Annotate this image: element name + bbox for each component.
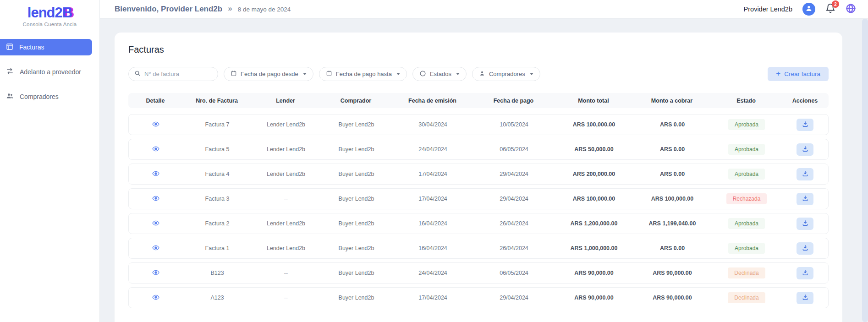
receivable-amount-cell: ARS 0.00 [633,121,711,128]
table-column-header: Monto total [554,98,633,104]
status-cell: Declinada [711,292,782,303]
filter-label: Fecha de pago desde [241,71,298,77]
table-column-header: Estado [711,98,781,104]
notifications-button[interactable]: 2 [825,3,835,15]
issue-date-cell: 24/04/2024 [392,270,473,276]
search-input[interactable] [144,71,204,77]
invoice-number-cell: Factura 4 [183,171,252,177]
table-column-header: Lender [251,98,320,104]
filter-compradores[interactable]: Compradores [472,67,540,81]
view-detail-button[interactable] [151,169,160,180]
issue-date-cell: 30/04/2024 [392,121,473,128]
issue-date-cell: 24/04/2024 [392,146,473,153]
filter-estados[interactable]: Estados [412,67,467,81]
table-body: Factura 7 Lender Lend2b Buyer Lend2b 30/… [128,114,829,308]
avatar-icon [805,4,813,14]
eye-icon [152,145,159,154]
filter-label: Estados [430,71,451,77]
language-button[interactable] [846,3,856,16]
actions-cell [782,193,828,205]
view-detail-button[interactable] [151,144,160,155]
invoice-number-cell: Factura 1 [183,245,252,251]
download-button[interactable] [797,292,813,304]
buyer-cell: Buyer Lend2b [320,295,392,301]
payment-date-cell: 29/04/2024 [473,295,555,301]
view-detail-button[interactable] [151,243,160,254]
detail-cell [129,293,183,303]
download-button[interactable] [797,267,813,279]
issue-date-cell: 17/04/2024 [392,196,473,202]
users-icon [6,92,14,101]
download-button[interactable] [797,193,813,205]
invoice-number-cell: Factura 2 [183,220,252,227]
sidebar-item-compradores[interactable]: Compradores [0,88,92,105]
logo-part-magenta: B [62,5,72,21]
calendar-icon [326,70,332,78]
eye-icon [152,294,159,302]
status-badge: Aprobada [728,119,765,130]
table-column-header: Fecha de emisión [392,98,473,104]
detail-cell [129,268,183,278]
topbar-actions: Provider Lend2b 2 [744,3,856,16]
status-circle-icon [419,70,426,78]
total-amount-cell: ARS 1,200,000.00 [555,220,633,227]
payment-date-cell: 06/05/2024 [473,270,555,276]
view-detail-button[interactable] [151,293,160,303]
logo: lend2B Consola Cuenta Ancla [0,0,99,27]
sidebar-item-label: Adelanto a proveedor [20,68,81,76]
swap-arrows-icon [6,67,14,76]
buyer-cell: Buyer Lend2b [320,121,392,128]
user-name: Provider Lend2b [744,5,792,13]
actions-cell [782,143,828,156]
current-date: 8 de mayo de 2024 [238,6,291,13]
view-detail-button[interactable] [151,194,160,204]
table-column-header: Comprador [320,98,392,104]
buyer-cell: Buyer Lend2b [320,171,392,177]
download-button[interactable] [797,168,813,180]
table-column-header: Fecha de pago [473,98,554,104]
total-amount-cell: ARS 50,000.00 [555,146,633,153]
view-detail-button[interactable] [151,120,160,130]
download-icon [802,269,808,277]
download-icon [802,195,808,203]
main-area: Facturas Fecha de pago desde Fecha d [100,19,868,322]
create-invoice-button[interactable]: + Crear factura [768,67,829,81]
download-icon [802,294,808,302]
invoice-number-cell: Factura 3 [183,196,252,202]
download-button[interactable] [797,119,813,131]
download-button[interactable] [797,242,813,255]
download-button[interactable] [797,143,813,156]
table-column-header: Nro. de Factura [182,98,251,104]
table-row: Factura 2 Lender Lend2b Buyer Lend2b 16/… [128,213,829,234]
plus-icon: + [776,69,780,78]
buyer-cell: Buyer Lend2b [320,245,392,251]
filter-fecha-pago-hasta[interactable]: Fecha de pago hasta [319,67,407,81]
invoice-search[interactable] [128,67,218,81]
sidebar-item-adelanto[interactable]: Adelanto a proveedor [0,64,92,80]
download-button[interactable] [797,218,813,230]
status-cell: Declinada [711,267,782,278]
scrollbar[interactable] [862,19,868,322]
avatar[interactable] [802,3,815,16]
lender-cell: -- [252,295,320,301]
receivable-amount-cell: ARS 0.00 [633,245,711,251]
download-icon [802,121,808,129]
invoices-table: DetalleNro. de FacturaLenderCompradorFec… [128,93,829,308]
eye-icon [152,195,159,203]
filter-label: Compradores [489,71,525,77]
logo-part-blue: lend2 [27,5,62,21]
notification-count-badge: 2 [832,0,839,8]
filter-fecha-pago-desde[interactable]: Fecha de pago desde [224,67,313,81]
status-badge: Aprobada [728,144,765,155]
status-badge: Declinada [728,267,765,278]
lender-cell: Lender Lend2b [252,121,320,128]
view-detail-button[interactable] [151,268,160,278]
status-badge: Aprobada [728,169,765,180]
receivable-amount-cell: ARS 90,000.00 [633,295,711,301]
detail-cell [129,169,183,180]
sidebar-item-facturas[interactable]: Facturas [0,39,92,55]
status-badge: Aprobada [728,243,765,254]
table-header-row: DetalleNro. de FacturaLenderCompradorFec… [128,93,829,108]
total-amount-cell: ARS 100,000.00 [555,121,633,128]
view-detail-button[interactable] [151,218,160,229]
